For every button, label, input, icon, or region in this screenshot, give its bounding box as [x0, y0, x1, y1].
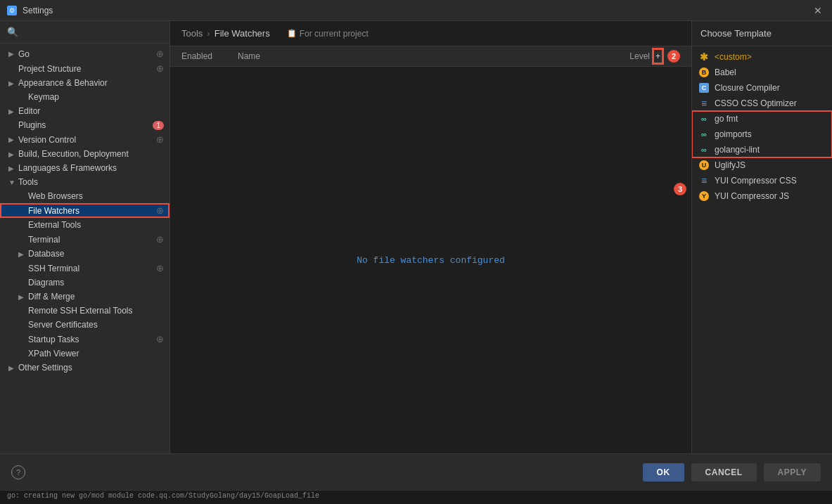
- template-item-gofmt[interactable]: ∞ go fmt: [692, 111, 832, 127]
- sidebar-item-keymap[interactable]: Keymap: [0, 90, 169, 104]
- sidebar: 🔍 ▶ Go ⊕ Project Structure ⊕ ▶ Appearanc…: [0, 21, 170, 453]
- sidebar-item-label: External Tools: [28, 220, 164, 230]
- template-item-label: golangci-lint: [715, 145, 760, 155]
- yui-js-icon: Y: [699, 191, 709, 201]
- col-level-header: Level: [594, 51, 650, 61]
- template-item-label: CSSO CSS Optimizer: [715, 98, 797, 108]
- template-item-goimports[interactable]: ∞ goimports: [692, 127, 832, 142]
- template-item-yui-css[interactable]: ≡ YUI Compressor CSS: [692, 173, 832, 188]
- plugins-badge: 1: [153, 121, 164, 130]
- template-item-babel[interactable]: B Babel: [692, 65, 832, 80]
- sidebar-item-label: Database: [28, 249, 164, 259]
- sidebar-item-label: Terminal: [28, 235, 156, 245]
- col-name-header: Name: [238, 51, 594, 61]
- arrow-icon: ▶: [18, 250, 28, 258]
- template-item-label: go fmt: [715, 114, 738, 124]
- sidebar-item-editor[interactable]: ▶ Editor: [0, 104, 169, 118]
- sidebar-item-build[interactable]: ▶ Build, Execution, Deployment: [0, 147, 169, 161]
- sidebar-item-tools[interactable]: ▼ Tools: [0, 175, 169, 189]
- template-item-label: <custom>: [715, 52, 752, 62]
- arrow-icon: ▶: [8, 150, 18, 158]
- sidebar-item-server-certs[interactable]: Server Certificates: [0, 318, 169, 332]
- startup-badge: ⊕: [156, 334, 164, 344]
- sidebar-item-version-control[interactable]: ▶ Version Control ⊕: [0, 132, 169, 147]
- breadcrumb-sep: ›: [207, 28, 210, 39]
- sidebar-item-label: Diff & Merge: [28, 292, 164, 302]
- babel-icon: B: [699, 67, 709, 77]
- search-bar[interactable]: 🔍: [0, 21, 169, 44]
- template-item-custom[interactable]: ✱ <custom>: [692, 49, 832, 65]
- arrow-icon: ▶: [8, 364, 18, 372]
- sidebar-item-appearance[interactable]: ▶ Appearance & Behavior: [0, 76, 169, 90]
- add-watcher-button[interactable]: +: [655, 51, 660, 61]
- sidebar-item-web-browsers[interactable]: Web Browsers: [0, 189, 169, 203]
- main-content: 🔍 ▶ Go ⊕ Project Structure ⊕ ▶ Appearanc…: [0, 21, 832, 453]
- sidebar-item-label: Plugins: [18, 120, 153, 130]
- sidebar-item-languages[interactable]: ▶ Languages & Frameworks: [0, 161, 169, 175]
- col-enabled-header: Enabled: [181, 51, 238, 61]
- goimports-icon: ∞: [699, 129, 709, 139]
- terminal-text: go: creating new go/mod module code.qq.c…: [7, 492, 319, 500]
- sidebar-item-external-tools[interactable]: External Tools: [0, 218, 169, 232]
- template-item-golangci-lint[interactable]: ∞ golangci-lint: [692, 142, 832, 157]
- sidebar-item-remote-ssh[interactable]: Remote SSH External Tools: [0, 304, 169, 318]
- csso-icon: ≡: [699, 98, 709, 108]
- template-item-label: YUI Compressor JS: [715, 191, 789, 201]
- template-panel: Choose Template ✱ <custom> B Babel C Clo…: [691, 21, 832, 453]
- table-header: Enabled Name Level + 2: [170, 46, 691, 67]
- scope-label: For current project: [300, 29, 369, 39]
- template-item-uglifyjs[interactable]: U UglifyJS: [692, 157, 832, 173]
- sidebar-item-label: Appearance & Behavior: [18, 78, 164, 88]
- sidebar-item-diagrams[interactable]: Diagrams: [0, 276, 169, 290]
- sidebar-item-startup-tasks[interactable]: Startup Tasks ⊕: [0, 332, 169, 347]
- cancel-button[interactable]: CANCEL: [691, 463, 757, 482]
- sidebar-item-diff-merge[interactable]: ▶ Diff & Merge: [0, 290, 169, 304]
- gofmt-icon: ∞: [699, 114, 709, 124]
- template-item-closure[interactable]: C Closure Compiler: [692, 80, 832, 96]
- sidebar-item-project-structure[interactable]: Project Structure ⊕: [0, 61, 169, 76]
- sidebar-item-label: Keymap: [28, 92, 164, 102]
- template-item-label: goimports: [715, 129, 752, 139]
- empty-message: No file watchers configured: [357, 255, 505, 266]
- template-panel-header: Choose Template: [692, 21, 832, 46]
- breadcrumb: Tools › File Watchers: [181, 28, 270, 39]
- sidebar-item-database[interactable]: ▶ Database: [0, 247, 169, 261]
- sidebar-item-file-watchers[interactable]: File Watchers ⊕ 1: [0, 203, 169, 218]
- sidebar-item-ssh-terminal[interactable]: SSH Terminal ⊕: [0, 261, 169, 276]
- sidebar-item-go[interactable]: ▶ Go ⊕: [0, 46, 169, 61]
- uglify-icon: U: [699, 160, 709, 170]
- arrow-icon: ▶: [8, 136, 18, 143]
- sidebar-item-xpath-viewer[interactable]: XPath Viewer: [0, 347, 169, 361]
- sidebar-item-label: Tools: [18, 177, 164, 187]
- sidebar-item-label: Server Certificates: [28, 320, 164, 330]
- table-header-cols: Enabled Name Level: [181, 51, 655, 61]
- help-button[interactable]: ?: [11, 465, 25, 479]
- content-header: Tools › File Watchers 📋 For current proj…: [170, 21, 691, 46]
- search-icon: 🔍: [7, 27, 18, 37]
- sidebar-item-terminal[interactable]: Terminal ⊕: [0, 232, 169, 247]
- arrow-icon: ▶: [8, 50, 18, 58]
- closure-icon: C: [699, 83, 709, 93]
- table-body: No file watchers configured: [170, 67, 691, 453]
- annotation-3: 3: [674, 183, 686, 195]
- sidebar-item-label: Version Control: [18, 135, 156, 145]
- scope-icon: 📋: [287, 29, 297, 38]
- sidebar-tree: ▶ Go ⊕ Project Structure ⊕ ▶ Appearance …: [0, 44, 169, 453]
- ok-button[interactable]: OK: [643, 463, 684, 482]
- template-item-csso[interactable]: ≡ CSSO CSS Optimizer: [692, 96, 832, 111]
- terminal-strip: go: creating new go/mod module code.qq.c…: [0, 490, 832, 504]
- apply-button[interactable]: APPLY: [764, 463, 821, 482]
- ssh-badge: ⊕: [156, 263, 164, 273]
- arrow-icon: ▶: [8, 79, 18, 87]
- sidebar-item-plugins[interactable]: Plugins 1: [0, 118, 169, 132]
- search-input[interactable]: [23, 27, 162, 37]
- template-item-yui-js[interactable]: Y YUI Compressor JS: [692, 188, 832, 204]
- project-scope: 📋 For current project: [287, 29, 369, 39]
- sidebar-item-label: Build, Execution, Deployment: [18, 149, 164, 159]
- content-area: Tools › File Watchers 📋 For current proj…: [170, 21, 691, 453]
- go-badge: ⊕: [156, 49, 164, 59]
- close-button[interactable]: ✕: [811, 4, 825, 18]
- annotation-2: 2: [667, 50, 680, 63]
- sidebar-item-other-settings[interactable]: ▶ Other Settings: [0, 361, 169, 375]
- arrow-icon: ▶: [8, 108, 18, 115]
